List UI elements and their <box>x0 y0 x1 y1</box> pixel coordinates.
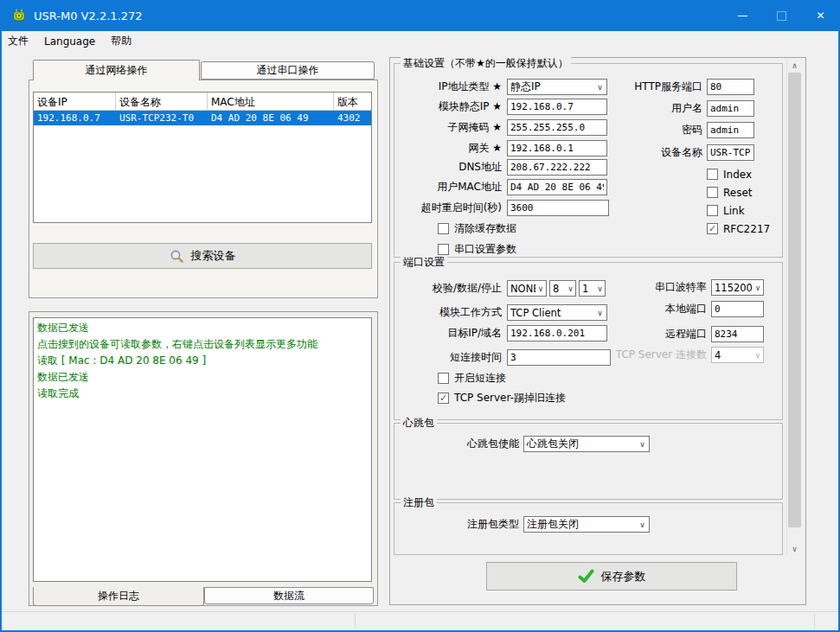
group-heartbeat-legend: 心跳包 <box>401 416 437 431</box>
kick-old-conn-box: ✓ <box>438 393 449 404</box>
menu-file[interactable]: 文件 <box>0 31 36 51</box>
device-name-label: 设备名称 <box>573 144 702 161</box>
device-table[interactable]: 设备IP 设备名称 MAC地址 版本 192.168.0.7 USR-TCP23… <box>33 92 372 223</box>
status-bar <box>2 611 838 630</box>
remote-port-label: 远程端口 <box>577 326 707 342</box>
timeout-restart-input[interactable] <box>507 200 609 216</box>
device-name-input[interactable] <box>707 144 754 161</box>
tab-network-label: 通过网络操作 <box>86 63 148 78</box>
log-line: 点击搜到的设备可读取参数，右键点击设备列表显示更多功能 <box>37 336 368 353</box>
max-conn-select: 4 ∨ <box>711 347 764 363</box>
kick-old-conn-checkbox[interactable]: ✓ TCP Server-踢掉旧连接 <box>438 392 566 405</box>
databits-select[interactable]: 8 ∨ <box>549 280 576 297</box>
save-params-label: 保存参数 <box>601 569 646 584</box>
device-table-header: 设备IP 设备名称 MAC地址 版本 <box>34 93 371 111</box>
max-conn-value: 4 <box>712 349 753 361</box>
heartbeat-enable-select[interactable]: 心跳包关闭 ∨ <box>523 436 650 452</box>
subnet-mask-label: 子网掩码 ★ <box>372 119 502 136</box>
minimize-button[interactable] <box>723 0 762 31</box>
tab-operation-log[interactable]: 操作日志 <box>33 587 204 606</box>
device-mac-cell: D4 AD 20 8E 06 49 <box>208 111 334 125</box>
chevron-down-icon: ∨ <box>753 351 763 360</box>
save-params-button[interactable]: 保存参数 <box>486 562 737 591</box>
chevron-down-icon: ∨ <box>566 284 575 293</box>
baud-rate-select[interactable]: 115200 ∨ <box>711 279 764 296</box>
baud-rate-value: 115200 <box>712 282 753 294</box>
magnifier-icon <box>170 249 184 264</box>
titlebar[interactable]: USR-M0 V2.2.1.272 ✕ <box>0 0 840 31</box>
chevron-down-icon: ∨ <box>636 440 649 449</box>
rfc2217-label: RFC2217 <box>723 223 770 235</box>
remote-port-input[interactable] <box>711 326 764 342</box>
chevron-down-icon: ∨ <box>636 520 649 529</box>
tab-data-stream-label: 数据流 <box>273 589 305 603</box>
reset-checkbox[interactable]: Reset <box>707 186 753 199</box>
scrollbar-thumb[interactable] <box>788 73 801 527</box>
header-version[interactable]: 版本 <box>334 93 371 111</box>
index-label: Index <box>723 169 752 181</box>
chevron-down-icon: ∨ <box>753 284 763 292</box>
heartbeat-enable-label: 心跳包使能 <box>389 436 519 452</box>
menu-help[interactable]: 帮助 <box>103 31 139 51</box>
clear-cache-label: 清除缓存数据 <box>454 221 516 236</box>
green-check-icon <box>578 569 594 584</box>
work-mode-label: 模块工作方式 <box>372 304 502 321</box>
short-conn-checkbox[interactable]: 开启短连接 <box>438 372 506 385</box>
clear-cache-checkbox[interactable]: 清除缓存数据 <box>438 222 516 235</box>
link-label: Link <box>723 205 745 217</box>
user-mac-input[interactable] <box>507 179 607 195</box>
scroll-down-arrow[interactable]: ∨ <box>787 541 802 556</box>
reset-box <box>707 187 718 198</box>
scroll-up-arrow[interactable]: ∧ <box>787 58 802 73</box>
menu-language[interactable]: Language <box>36 33 103 50</box>
dns-label: DNS地址 <box>372 159 502 176</box>
password-label: 密码 <box>573 122 702 138</box>
window-title: USR-M0 V2.2.1.272 <box>34 10 143 22</box>
username-input[interactable] <box>707 100 754 117</box>
log-output[interactable]: 数据已发送 点击搜到的设备可读取参数，右键点击设备列表显示更多功能 读取 [ M… <box>33 317 372 582</box>
regpack-type-label: 注册包类型 <box>389 516 519 533</box>
maximize-button[interactable] <box>762 0 801 31</box>
index-checkbox[interactable]: Index <box>707 168 752 181</box>
tab-serial[interactable]: 通过串口操作 <box>201 61 375 80</box>
password-input[interactable] <box>707 122 754 138</box>
header-device-ip[interactable]: 设备IP <box>34 93 116 111</box>
parity-value: NONE <box>508 283 535 295</box>
tab-network[interactable]: 通过网络操作 <box>33 60 200 80</box>
maximize-icon <box>777 11 786 21</box>
link-checkbox[interactable]: Link <box>707 204 745 217</box>
static-ip-label: 模块静态IP ★ <box>372 99 502 115</box>
dns-input[interactable] <box>507 159 607 176</box>
group-basic-legend: 基础设置（不带★的一般保持默认） <box>401 56 571 71</box>
clear-cache-box <box>438 223 449 234</box>
heartbeat-enable-value: 心跳包关闭 <box>524 437 636 451</box>
serial-params-checkbox[interactable]: 串口设置参数 <box>438 243 516 256</box>
index-box <box>707 169 718 180</box>
http-port-input[interactable] <box>707 79 754 95</box>
close-button[interactable]: ✕ <box>801 0 840 31</box>
group-port-legend: 端口设置 <box>401 255 447 270</box>
target-ip-label: 目标IP/域名 <box>372 325 502 342</box>
app-icon <box>11 8 27 23</box>
header-mac[interactable]: MAC地址 <box>208 93 334 111</box>
search-device-label: 搜索设备 <box>191 248 236 264</box>
regpack-type-select[interactable]: 注册包关闭 ∨ <box>523 516 650 533</box>
search-device-button[interactable]: 搜索设备 <box>33 243 372 269</box>
username-label: 用户名 <box>573 100 702 117</box>
log-line: 数据已发送 <box>37 369 368 386</box>
device-row[interactable]: 192.168.0.7 USR-TCP232-T0 D4 AD 20 8E 06… <box>34 111 371 125</box>
tab-data-stream[interactable]: 数据流 <box>204 587 374 604</box>
device-ip-cell: 192.168.0.7 <box>34 111 116 125</box>
local-port-input[interactable] <box>711 301 764 317</box>
group-heartbeat: 心跳包 <box>394 423 783 500</box>
short-conn-box <box>438 373 449 384</box>
rfc2217-checkbox[interactable]: ✓ RFC2217 <box>707 222 770 235</box>
header-device-name[interactable]: 设备名称 <box>116 93 208 111</box>
rfc2217-box: ✓ <box>707 223 718 234</box>
parity-select[interactable]: NONE ∨ <box>507 280 547 297</box>
status-divider <box>814 614 815 629</box>
serial-params-box <box>438 244 449 255</box>
max-conn-label: TCP Server 连接数 <box>551 347 707 363</box>
gateway-label: 网关 ★ <box>372 140 502 156</box>
device-version-cell: 4302 <box>334 111 371 125</box>
